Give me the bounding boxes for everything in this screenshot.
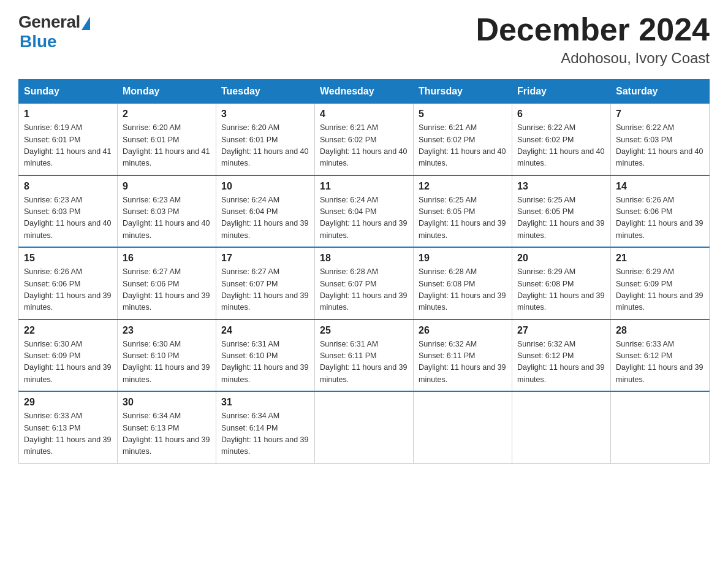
day-number: 5: [419, 109, 507, 120]
calendar-cell: 7Sunrise: 6:22 AMSunset: 6:03 PMDaylight…: [611, 104, 710, 175]
day-info: Sunrise: 6:28 AMSunset: 6:08 PMDaylight:…: [419, 266, 507, 314]
day-number: 11: [320, 181, 408, 192]
calendar-cell: 14Sunrise: 6:26 AMSunset: 6:06 PMDayligh…: [611, 175, 710, 248]
day-info: Sunrise: 6:31 AMSunset: 6:10 PMDaylight:…: [221, 339, 309, 386]
day-info: Sunrise: 6:27 AMSunset: 6:06 PMDaylight:…: [123, 266, 211, 314]
day-number: 7: [616, 109, 704, 120]
calendar-cell: 19Sunrise: 6:28 AMSunset: 6:08 PMDayligh…: [414, 247, 512, 320]
day-info: Sunrise: 6:26 AMSunset: 6:06 PMDaylight:…: [24, 266, 112, 314]
day-number: 14: [616, 181, 704, 192]
day-info: Sunrise: 6:22 AMSunset: 6:02 PMDaylight:…: [517, 122, 605, 170]
day-info: Sunrise: 6:20 AMSunset: 6:01 PMDaylight:…: [221, 122, 309, 170]
calendar-cell: 30Sunrise: 6:34 AMSunset: 6:13 PMDayligh…: [118, 391, 216, 463]
calendar-cell: 16Sunrise: 6:27 AMSunset: 6:06 PMDayligh…: [118, 247, 216, 320]
day-number: 17: [221, 253, 309, 264]
header-cell-tuesday: Tuesday: [216, 80, 315, 104]
header-cell-monday: Monday: [118, 80, 216, 104]
calendar-cell: [315, 391, 414, 463]
calendar-cell: 28Sunrise: 6:33 AMSunset: 6:12 PMDayligh…: [611, 320, 710, 392]
calendar-table: SundayMondayTuesdayWednesdayThursdayFrid…: [18, 79, 710, 464]
title-block: December 2024 Adohosou, Ivory Coast: [476, 12, 710, 67]
day-number: 29: [24, 397, 112, 408]
header-cell-saturday: Saturday: [611, 80, 710, 104]
day-info: Sunrise: 6:33 AMSunset: 6:12 PMDaylight:…: [616, 339, 704, 386]
day-number: 22: [24, 325, 112, 336]
calendar-cell: 29Sunrise: 6:33 AMSunset: 6:13 PMDayligh…: [19, 391, 118, 463]
day-info: Sunrise: 6:30 AMSunset: 6:09 PMDaylight:…: [24, 339, 112, 386]
day-number: 24: [221, 325, 309, 336]
day-number: 16: [123, 253, 211, 264]
day-number: 30: [123, 397, 211, 408]
header-cell-thursday: Thursday: [414, 80, 512, 104]
day-number: 9: [123, 181, 211, 192]
day-info: Sunrise: 6:21 AMSunset: 6:02 PMDaylight:…: [320, 122, 408, 170]
header-cell-friday: Friday: [512, 80, 611, 104]
day-info: Sunrise: 6:25 AMSunset: 6:05 PMDaylight:…: [419, 194, 507, 242]
calendar-cell: 6Sunrise: 6:22 AMSunset: 6:02 PMDaylight…: [512, 104, 611, 175]
calendar-cell: 25Sunrise: 6:31 AMSunset: 6:11 PMDayligh…: [315, 320, 414, 392]
calendar-cell: 26Sunrise: 6:32 AMSunset: 6:11 PMDayligh…: [414, 320, 512, 392]
day-info: Sunrise: 6:24 AMSunset: 6:04 PMDaylight:…: [221, 194, 309, 242]
calendar-cell: 17Sunrise: 6:27 AMSunset: 6:07 PMDayligh…: [216, 247, 315, 320]
week-row-2: 8Sunrise: 6:23 AMSunset: 6:03 PMDaylight…: [19, 175, 710, 248]
day-number: 13: [517, 181, 605, 192]
day-info: Sunrise: 6:24 AMSunset: 6:04 PMDaylight:…: [320, 194, 408, 242]
day-info: Sunrise: 6:20 AMSunset: 6:01 PMDaylight:…: [123, 122, 211, 170]
day-number: 28: [616, 325, 704, 336]
page-header: General Blue December 2024 Adohosou, Ivo…: [18, 12, 710, 67]
day-info: Sunrise: 6:28 AMSunset: 6:07 PMDaylight:…: [320, 266, 408, 314]
day-number: 19: [419, 253, 507, 264]
header-cell-sunday: Sunday: [19, 80, 118, 104]
day-info: Sunrise: 6:27 AMSunset: 6:07 PMDaylight:…: [221, 266, 309, 314]
day-number: 18: [320, 253, 408, 264]
calendar-cell: 10Sunrise: 6:24 AMSunset: 6:04 PMDayligh…: [216, 175, 315, 248]
logo: General Blue: [18, 12, 90, 52]
day-number: 4: [320, 109, 408, 120]
calendar-cell: 3Sunrise: 6:20 AMSunset: 6:01 PMDaylight…: [216, 104, 315, 175]
week-row-1: 1Sunrise: 6:19 AMSunset: 6:01 PMDaylight…: [19, 104, 710, 175]
calendar-cell: 9Sunrise: 6:23 AMSunset: 6:03 PMDaylight…: [118, 175, 216, 248]
day-info: Sunrise: 6:25 AMSunset: 6:05 PMDaylight:…: [517, 194, 605, 242]
calendar-cell: 15Sunrise: 6:26 AMSunset: 6:06 PMDayligh…: [19, 247, 118, 320]
calendar-cell: 24Sunrise: 6:31 AMSunset: 6:10 PMDayligh…: [216, 320, 315, 392]
day-info: Sunrise: 6:22 AMSunset: 6:03 PMDaylight:…: [616, 122, 704, 170]
day-info: Sunrise: 6:30 AMSunset: 6:10 PMDaylight:…: [123, 339, 211, 386]
week-row-4: 22Sunrise: 6:30 AMSunset: 6:09 PMDayligh…: [19, 320, 710, 392]
calendar-title: December 2024: [476, 12, 710, 47]
calendar-cell: 8Sunrise: 6:23 AMSunset: 6:03 PMDaylight…: [19, 175, 118, 248]
day-number: 6: [517, 109, 605, 120]
calendar-cell: 23Sunrise: 6:30 AMSunset: 6:10 PMDayligh…: [118, 320, 216, 392]
day-info: Sunrise: 6:29 AMSunset: 6:08 PMDaylight:…: [517, 266, 605, 314]
day-info: Sunrise: 6:32 AMSunset: 6:11 PMDaylight:…: [419, 339, 507, 386]
day-info: Sunrise: 6:34 AMSunset: 6:13 PMDaylight:…: [123, 410, 211, 458]
calendar-cell: 12Sunrise: 6:25 AMSunset: 6:05 PMDayligh…: [414, 175, 512, 248]
week-row-3: 15Sunrise: 6:26 AMSunset: 6:06 PMDayligh…: [19, 247, 710, 320]
calendar-cell: 1Sunrise: 6:19 AMSunset: 6:01 PMDaylight…: [19, 104, 118, 175]
calendar-cell: 31Sunrise: 6:34 AMSunset: 6:14 PMDayligh…: [216, 391, 315, 463]
calendar-cell: 11Sunrise: 6:24 AMSunset: 6:04 PMDayligh…: [315, 175, 414, 248]
header-row: SundayMondayTuesdayWednesdayThursdayFrid…: [19, 80, 710, 104]
day-info: Sunrise: 6:31 AMSunset: 6:11 PMDaylight:…: [320, 339, 408, 386]
calendar-cell: 18Sunrise: 6:28 AMSunset: 6:07 PMDayligh…: [315, 247, 414, 320]
logo-triangle-icon: [82, 17, 90, 30]
calendar-subtitle: Adohosou, Ivory Coast: [476, 50, 710, 67]
calendar-cell: [414, 391, 512, 463]
day-info: Sunrise: 6:26 AMSunset: 6:06 PMDaylight:…: [616, 194, 704, 242]
day-info: Sunrise: 6:29 AMSunset: 6:09 PMDaylight:…: [616, 266, 704, 314]
day-number: 10: [221, 181, 309, 192]
calendar-cell: 5Sunrise: 6:21 AMSunset: 6:02 PMDaylight…: [414, 104, 512, 175]
logo-blue-text: Blue: [20, 32, 57, 52]
calendar-cell: 2Sunrise: 6:20 AMSunset: 6:01 PMDaylight…: [118, 104, 216, 175]
day-number: 27: [517, 325, 605, 336]
day-number: 26: [419, 325, 507, 336]
day-info: Sunrise: 6:33 AMSunset: 6:13 PMDaylight:…: [24, 410, 112, 458]
day-info: Sunrise: 6:23 AMSunset: 6:03 PMDaylight:…: [123, 194, 211, 242]
logo-general-text: General: [18, 12, 80, 32]
day-info: Sunrise: 6:34 AMSunset: 6:14 PMDaylight:…: [221, 410, 309, 458]
day-number: 21: [616, 253, 704, 264]
week-row-5: 29Sunrise: 6:33 AMSunset: 6:13 PMDayligh…: [19, 391, 710, 463]
day-number: 20: [517, 253, 605, 264]
day-number: 15: [24, 253, 112, 264]
calendar-cell: 22Sunrise: 6:30 AMSunset: 6:09 PMDayligh…: [19, 320, 118, 392]
calendar-cell: 27Sunrise: 6:32 AMSunset: 6:12 PMDayligh…: [512, 320, 611, 392]
